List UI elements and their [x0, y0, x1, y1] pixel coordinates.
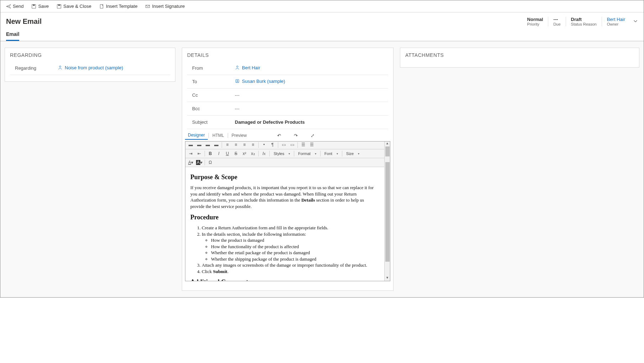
- contact-icon: [235, 79, 240, 84]
- underline-button[interactable]: U: [224, 150, 231, 157]
- toolbar-btn[interactable]: ▬: [188, 142, 194, 148]
- italic-button[interactable]: I: [216, 150, 222, 157]
- regarding-panel: REGARDING Regarding Noise from product (…: [5, 48, 175, 82]
- insert-signature-button[interactable]: Insert Signature: [143, 2, 187, 10]
- subscript-button[interactable]: x²: [241, 150, 248, 157]
- toolbar-btn[interactable]: ▭: [280, 142, 287, 148]
- owner-value: Bert Hair: [607, 17, 625, 22]
- toolbar-btn[interactable]: ≡: [233, 142, 239, 148]
- insert-template-label: Insert Template: [106, 4, 138, 9]
- expand-header-button[interactable]: [630, 18, 638, 25]
- scroll-thumb[interactable]: [385, 162, 390, 262]
- attachments-header: ATTACHMENTS: [400, 48, 639, 62]
- editor-tab-html[interactable]: HTML: [210, 132, 227, 139]
- cc-field[interactable]: Cc ---: [187, 89, 388, 102]
- record-meta: Normal Priority --- Due Draft Status Rea…: [522, 17, 638, 26]
- body-h3: Additional Comments: [190, 278, 379, 281]
- bg-color-button[interactable]: A▾: [196, 159, 202, 166]
- omega-button[interactable]: Ω: [207, 159, 213, 166]
- bold-button[interactable]: B: [207, 150, 213, 157]
- status-block[interactable]: Draft Status Reason: [566, 17, 602, 26]
- subject-value: Damaged or Defective Products: [235, 119, 383, 125]
- email-body-editor[interactable]: Purpose & Scope If you receive damaged p…: [185, 167, 384, 281]
- editor-tab-preview[interactable]: Preview: [229, 132, 250, 139]
- subject-label: Subject: [192, 119, 235, 125]
- due-block[interactable]: --- Due: [548, 17, 565, 26]
- due-value: ---: [553, 17, 560, 22]
- toolbar-btn[interactable]: ≡: [241, 142, 248, 148]
- details-header: DETAILS: [182, 48, 393, 62]
- signature-icon: [145, 4, 150, 9]
- to-label: To: [192, 79, 235, 84]
- cc-label: Cc: [192, 92, 235, 98]
- editor-tab-designer[interactable]: Designer: [185, 131, 208, 140]
- indent-button[interactable]: ⇥: [188, 150, 194, 157]
- format-dropdown[interactable]: Format: [296, 150, 318, 157]
- scroll-thumb[interactable]: [385, 146, 390, 156]
- strike-button[interactable]: S: [233, 150, 239, 157]
- form-body: REGARDING Regarding Noise from product (…: [0, 41, 644, 297]
- bcc-field[interactable]: Bcc ---: [187, 102, 388, 116]
- save-icon: [31, 4, 36, 9]
- list-item: How the functionality of the product is …: [211, 244, 379, 250]
- editor-scrollbar[interactable]: ▲ ▼: [384, 142, 390, 281]
- attachments-panel: ATTACHMENTS: [400, 48, 639, 68]
- scroll-up-icon[interactable]: ▲: [385, 142, 390, 146]
- from-value: Bert Hair: [242, 65, 260, 70]
- toolbar-btn[interactable]: ▭: [289, 142, 295, 148]
- text-color-button[interactable]: A▾: [188, 159, 194, 166]
- size-dropdown[interactable]: Size: [344, 150, 361, 157]
- scroll-down-icon[interactable]: ▼: [385, 276, 390, 281]
- font-dropdown[interactable]: Font: [323, 150, 340, 157]
- list-item: Click Submit.: [202, 268, 379, 275]
- tab-sep: [208, 133, 209, 138]
- person-icon: [235, 65, 240, 70]
- clear-format-button[interactable]: Ix: [261, 150, 267, 157]
- save-button[interactable]: Save: [29, 2, 51, 10]
- svg-point-7: [59, 66, 61, 67]
- list-item: Whether the retail package of the produc…: [211, 250, 379, 256]
- from-lookup[interactable]: Bert Hair: [235, 65, 260, 70]
- send-button[interactable]: Send: [4, 2, 26, 10]
- tab-email[interactable]: Email: [6, 28, 19, 41]
- regarding-field[interactable]: Regarding Noise from product (sample): [10, 62, 170, 75]
- redo-button[interactable]: ↷: [287, 132, 304, 139]
- subject-field[interactable]: Subject Damaged or Defective Products: [187, 116, 388, 129]
- send-icon: [6, 4, 11, 9]
- toolbar-btn[interactable]: ≡: [250, 142, 256, 148]
- to-field[interactable]: To Susan Burk (sample): [187, 75, 388, 89]
- toolbar-btn[interactable]: ▬: [213, 142, 220, 148]
- svg-point-10: [237, 80, 238, 81]
- priority-block[interactable]: Normal Priority: [522, 17, 548, 26]
- case-icon: [58, 65, 63, 70]
- due-label: Due: [553, 22, 560, 26]
- toolbar-btn[interactable]: ☰: [300, 142, 306, 148]
- tab-sep: [228, 133, 228, 138]
- from-field[interactable]: From Bert Hair: [187, 62, 388, 75]
- toolbar-btn[interactable]: ▬: [196, 142, 202, 148]
- regarding-label: Regarding: [15, 65, 58, 71]
- toolbar-btn[interactable]: ▬: [205, 142, 211, 148]
- regarding-lookup[interactable]: Noise from product (sample): [58, 65, 123, 70]
- owner-label: Owner: [607, 22, 625, 26]
- insert-template-button[interactable]: Insert Template: [97, 2, 140, 10]
- expand-editor-button[interactable]: ⤢: [304, 132, 321, 139]
- undo-button[interactable]: ↶: [271, 132, 287, 139]
- to-lookup[interactable]: Susan Burk (sample): [235, 79, 285, 84]
- regarding-header: REGARDING: [5, 48, 175, 62]
- superscript-button[interactable]: x₂: [250, 150, 256, 157]
- cc-value: ---: [235, 92, 383, 98]
- details-panel: DETAILS From Bert Hair To Susan Burk (sa…: [182, 48, 394, 291]
- toolbar-btn[interactable]: ¶: [269, 142, 276, 148]
- toolbar-btn[interactable]: ☰: [308, 142, 315, 148]
- styles-dropdown[interactable]: Styles: [272, 150, 292, 157]
- from-label: From: [192, 65, 235, 71]
- save-close-label: Save & Close: [63, 4, 91, 9]
- owner-block[interactable]: Bert Hair Owner: [602, 17, 630, 26]
- toolbar-btn[interactable]: ≡: [224, 142, 231, 148]
- toolbar-btn[interactable]: •: [261, 142, 267, 148]
- outdent-button[interactable]: ⇤: [196, 150, 202, 157]
- list-item: In the details section, include the foll…: [202, 231, 379, 262]
- save-close-button[interactable]: + Save & Close: [54, 2, 94, 10]
- list-item: Create a Return Authorization form and f…: [202, 225, 379, 231]
